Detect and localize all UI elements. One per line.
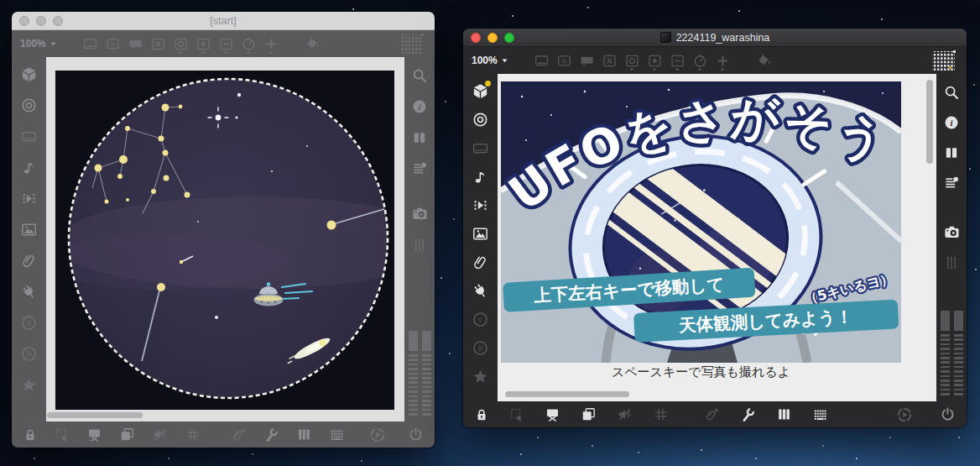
image-icon[interactable] <box>472 225 489 243</box>
zoom-dropdown[interactable]: 100% <box>20 38 57 50</box>
stage-canvas[interactable] <box>55 71 394 410</box>
star-icon[interactable] <box>20 376 38 394</box>
info-icon[interactable] <box>411 98 428 115</box>
zoom-dropdown[interactable]: 100% <box>472 55 508 66</box>
layers-icon[interactable] <box>119 427 135 442</box>
film-icon[interactable] <box>472 196 489 214</box>
horizontal-scrollbar[interactable] <box>505 391 629 397</box>
v-badge-icon[interactable] <box>472 311 489 328</box>
play-box-icon[interactable] <box>644 50 666 71</box>
star-icon[interactable] <box>472 368 489 385</box>
piano-icon[interactable] <box>296 427 312 442</box>
clip-plus-icon[interactable] <box>231 427 247 442</box>
fader-bars[interactable] <box>941 311 963 398</box>
monitor-icon[interactable] <box>472 139 489 157</box>
image-icon[interactable] <box>20 221 38 238</box>
sliders-icon[interactable] <box>943 254 960 271</box>
layers-icon[interactable] <box>581 406 597 422</box>
target-icon[interactable] <box>472 111 489 128</box>
power-icon[interactable] <box>408 427 424 442</box>
easel-icon[interactable] <box>545 406 560 422</box>
select-icon[interactable] <box>55 427 70 442</box>
pixel-grid-icon[interactable] <box>932 51 955 71</box>
paperclip-icon[interactable] <box>472 254 489 271</box>
document-proxy-icon[interactable] <box>660 32 671 43</box>
minimize-button[interactable] <box>36 16 46 26</box>
screen-icon[interactable] <box>79 34 102 54</box>
zoom-button[interactable] <box>53 16 63 26</box>
easel-icon[interactable] <box>86 427 102 442</box>
grid-icon[interactable] <box>653 406 669 422</box>
paint-bucket-icon[interactable] <box>301 34 324 54</box>
mute-icon[interactable] <box>152 427 168 442</box>
screen-icon[interactable] <box>530 50 553 71</box>
list-icon[interactable] <box>943 175 960 191</box>
minus-box-icon[interactable] <box>215 34 237 54</box>
circle-box-icon[interactable] <box>169 34 192 54</box>
lock-icon[interactable] <box>474 407 489 422</box>
b-badge-icon[interactable] <box>472 339 489 357</box>
m-box-icon[interactable] <box>553 50 576 71</box>
minimize-button[interactable] <box>487 33 498 43</box>
pixel-grid-icon[interactable] <box>400 34 423 54</box>
minus-box-icon[interactable] <box>666 50 689 71</box>
music-note-icon[interactable] <box>472 168 489 186</box>
x-box-icon[interactable] <box>147 34 169 54</box>
timer-icon[interactable] <box>237 34 260 54</box>
speech-bubble-icon[interactable] <box>124 34 147 54</box>
stage-canvas[interactable]: UFOをさがそう （5キいるヨ） 上下左右キーで移動して 天体観測してみよう！ <box>501 81 901 363</box>
paperclip-icon[interactable] <box>20 252 38 270</box>
x-box-icon[interactable] <box>598 50 621 71</box>
play-circle-icon[interactable] <box>896 406 913 423</box>
v-badge-icon[interactable] <box>20 314 38 332</box>
plug-icon[interactable] <box>20 283 38 301</box>
keyboard-icon[interactable] <box>812 406 829 423</box>
play-circle-icon[interactable] <box>369 427 386 443</box>
lock-icon[interactable] <box>23 427 38 442</box>
piano-icon[interactable] <box>776 406 792 422</box>
vertical-scrollbar[interactable] <box>926 80 933 164</box>
cube-icon[interactable] <box>20 65 38 83</box>
select-icon[interactable] <box>509 407 524 422</box>
zoom-button[interactable] <box>504 33 514 43</box>
columns-icon[interactable] <box>943 144 960 161</box>
wrench-icon[interactable] <box>740 406 756 422</box>
camera-icon[interactable] <box>411 205 429 223</box>
speech-bubble-icon[interactable] <box>576 50 598 71</box>
paint-bucket-icon[interactable] <box>753 50 775 71</box>
search-icon[interactable] <box>411 67 428 84</box>
titlebar[interactable]: [start] <box>12 12 435 30</box>
power-icon[interactable] <box>940 406 956 422</box>
play-box-icon[interactable] <box>192 34 215 54</box>
cube-icon[interactable] <box>472 82 489 100</box>
fader-bars[interactable] <box>409 331 431 418</box>
titlebar[interactable]: 2224119_warashina <box>463 29 967 47</box>
film-icon[interactable] <box>20 190 38 207</box>
search-icon[interactable] <box>943 84 960 101</box>
camera-icon[interactable] <box>943 223 961 241</box>
plus-icon[interactable] <box>260 34 283 54</box>
circle-box-icon[interactable] <box>621 50 644 71</box>
clip-plus-icon[interactable] <box>704 406 720 422</box>
monitor-icon[interactable] <box>20 128 38 145</box>
music-note-icon[interactable] <box>20 159 38 176</box>
sliders-icon[interactable] <box>411 237 428 254</box>
columns-icon[interactable] <box>411 129 428 146</box>
horizontal-scrollbar[interactable] <box>47 412 143 418</box>
mute-icon[interactable] <box>617 406 633 422</box>
plus-icon[interactable] <box>712 50 734 71</box>
target-icon[interactable] <box>20 97 38 114</box>
timer-icon[interactable] <box>689 50 712 71</box>
b-badge-icon[interactable] <box>20 345 38 363</box>
right-icon-sidebar <box>404 57 435 421</box>
window-title: 2224119_warashina <box>676 32 770 44</box>
m-box-icon[interactable] <box>102 34 124 54</box>
keyboard-icon[interactable] <box>329 427 346 443</box>
grid-icon[interactable] <box>185 427 201 442</box>
close-button[interactable] <box>471 33 481 43</box>
plug-icon[interactable] <box>472 282 489 300</box>
info-icon[interactable] <box>943 114 960 131</box>
wrench-icon[interactable] <box>263 427 279 442</box>
list-icon[interactable] <box>411 160 428 177</box>
close-button[interactable] <box>19 16 29 26</box>
